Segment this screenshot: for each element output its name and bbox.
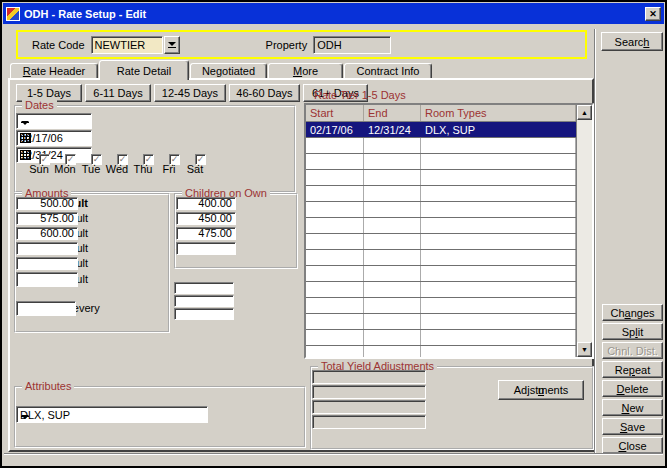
separator-dot: . (197, 159, 200, 165)
rate-detail-panel: 1-5 Days 6-11 Days 12-45 Days 46-60 Days… (8, 78, 594, 452)
table-body: 02/17/06 12/31/24 DLX, SUP (306, 122, 576, 357)
rate-header-box: Rate Code NEWTIER Property ODH (16, 30, 587, 59)
table-row[interactable] (306, 218, 576, 234)
per-stay-field (312, 370, 426, 384)
table-row[interactable] (306, 330, 576, 346)
window-title: ODH - Rate Setup - Edit (24, 8, 645, 20)
calendar-icon (20, 133, 31, 143)
changes-button[interactable]: Changes (602, 304, 663, 321)
delete-button[interactable]: Delete (602, 380, 663, 397)
amount-5-adult-field[interactable] (16, 257, 78, 270)
rate-code-combo: NEWTIER (91, 36, 180, 54)
chnl-dist-button: Chnl. Dist. (602, 342, 663, 359)
dropdown-icon (168, 42, 176, 48)
attributes-fieldset: Attributes Room Types DLX, SUP (14, 386, 306, 448)
rate-code-lov-button[interactable] (164, 36, 180, 54)
separator-dot: . (145, 159, 148, 165)
dates-fieldset: Dates Season Code Start Date 02/17/06 En… (14, 105, 296, 193)
extra-adult-field[interactable] (16, 272, 78, 287)
table-row[interactable] (306, 138, 576, 154)
age-4-10-field[interactable] (174, 295, 234, 307)
scroll-up-icon[interactable]: ▲ (577, 105, 592, 120)
amounts-fieldset: Amounts 1 Adult500.00 2 Adult575.00 3 Ad… (14, 193, 170, 333)
property-field: ODH (313, 36, 391, 54)
room-types-field[interactable]: DLX, SUP (16, 406, 208, 423)
table-row[interactable] (306, 266, 576, 282)
titlebar[interactable]: ODH - Rate Setup - Edit ✕ (3, 3, 664, 24)
app-icon (6, 7, 20, 21)
search-button[interactable]: Search (601, 32, 663, 51)
save-button[interactable]: Save (602, 418, 663, 435)
child-free-field[interactable] (16, 301, 76, 316)
per-person-stay-field (312, 400, 426, 414)
rate-tier-table: Start End Room Types 02/17/06 12/31/24 D… (304, 103, 594, 359)
table-row[interactable] (306, 250, 576, 266)
adjustments-button[interactable]: Adjustments (498, 380, 584, 400)
scroll-down-icon[interactable]: ▼ (577, 342, 592, 357)
yield-fieldset: Total Yield Adjustments Per Stay Per Nig… (310, 366, 594, 450)
separator-dot: . (41, 159, 44, 165)
table-row[interactable] (306, 298, 576, 314)
table-row[interactable]: 02/17/06 12/31/24 DLX, SUP (306, 122, 576, 138)
attributes-legend: Attributes (22, 380, 74, 392)
tab-46-60-days[interactable]: 46-60 Days (229, 84, 300, 102)
rate-tier-title: Rate Tier 1-5 Days (314, 89, 406, 101)
column-header-room-types: Room Types (421, 105, 576, 121)
rate-code-field[interactable]: NEWTIER (91, 36, 163, 54)
panel-divider (594, 29, 596, 453)
child-age-rows: 0 - 3 4 - 10 11 - 17 (174, 288, 298, 330)
per-night-field (312, 385, 426, 399)
table-row[interactable] (306, 170, 576, 186)
separator-dot: . (67, 159, 70, 165)
tab-12-45-days[interactable]: 12-45 Days (154, 84, 226, 102)
table-row[interactable] (306, 282, 576, 298)
rate-code-label: Rate Code (32, 39, 85, 51)
table-row[interactable] (306, 186, 576, 202)
table-row[interactable] (306, 202, 576, 218)
per-person-night-field (312, 415, 426, 429)
child-2-field[interactable]: 450.00 (176, 212, 236, 225)
tab-more[interactable]: More (268, 63, 343, 79)
close-icon[interactable]: ✕ (645, 7, 661, 21)
table-row[interactable] (306, 234, 576, 250)
column-header-end: End (364, 105, 421, 121)
separator-dot: . (171, 159, 174, 165)
separator-dot: . (93, 159, 96, 165)
amount-1-adult-field[interactable]: 500.00 (16, 197, 78, 210)
separator-dot: . (119, 159, 122, 165)
cell-room-types: DLX, SUP (421, 122, 576, 137)
close-button[interactable]: Close (602, 437, 663, 454)
tab-negotiated[interactable]: Negotiated (190, 63, 267, 79)
tab-contract-info[interactable]: Contract Info (344, 63, 432, 79)
table-scrollbar[interactable]: ▲ ▼ (576, 105, 592, 357)
table-header: Start End Room Types (306, 105, 576, 122)
calendar-icon (20, 150, 31, 160)
repeat-button[interactable]: Repeat (602, 361, 663, 378)
cell-end: 12/31/24 (364, 122, 421, 137)
split-button[interactable]: Split (602, 323, 663, 340)
property-label: Property (266, 39, 308, 51)
dates-legend: Dates (22, 99, 57, 111)
amount-4-adult-field[interactable] (16, 242, 78, 255)
children-fieldset: Children on Own 1 Child400.00 2 Children… (174, 193, 298, 269)
child-1-field[interactable]: 400.00 (176, 197, 236, 210)
age-0-3-field[interactable] (174, 282, 234, 294)
amount-3-adult-field[interactable]: 600.00 (16, 227, 78, 240)
child-4-field[interactable] (176, 242, 236, 255)
age-11-17-field[interactable] (174, 308, 234, 320)
tab-6-11-days[interactable]: 6-11 Days (85, 84, 151, 102)
amount-2-adult-field[interactable]: 575.00 (16, 212, 78, 225)
cell-start: 02/17/06 (306, 122, 364, 137)
rate-setup-window: ODH - Rate Setup - Edit ✕ Rate Code NEWT… (0, 0, 667, 468)
table-row[interactable] (306, 314, 576, 330)
status-bar (4, 453, 663, 465)
column-header-start: Start (306, 105, 364, 121)
tab-rate-header[interactable]: Rate Header (10, 63, 98, 79)
table-row[interactable] (306, 154, 576, 170)
table-row[interactable] (306, 346, 576, 359)
child-3-field[interactable]: 475.00 (176, 227, 236, 240)
new-button[interactable]: New (602, 399, 663, 416)
tab-rate-detail[interactable]: Rate Detail (99, 60, 189, 80)
